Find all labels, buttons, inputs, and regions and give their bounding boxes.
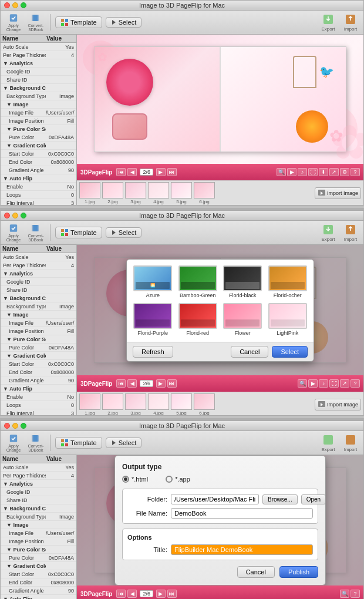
thumb2-item-6[interactable]: 6.jpg xyxy=(194,393,215,416)
radio-app-circle[interactable] xyxy=(166,476,173,483)
prop2-start-color[interactable]: Start Color0xC0C0C0 xyxy=(1,360,76,368)
template-thumb-florid-ocher[interactable] xyxy=(268,265,307,291)
thumb-item-2[interactable]: 2.jpg xyxy=(102,182,123,204)
thumb-item-3[interactable]: 3.jpg xyxy=(125,182,146,204)
prop-start-color[interactable]: Start Color0xC0C0C0 xyxy=(1,150,76,158)
export-button-3[interactable]: Export xyxy=(319,433,338,452)
prop-gradient-angle[interactable]: Gradient Angle90 xyxy=(1,166,76,174)
prop3-gradient-angle[interactable]: Gradient Angle90 xyxy=(1,587,76,595)
settings-btn[interactable]: ⚙ xyxy=(340,168,349,176)
template-button[interactable]: Template xyxy=(55,16,102,28)
prop3-bg-type[interactable]: Background TypeImage xyxy=(1,513,76,521)
thumbnail-2[interactable] xyxy=(102,182,123,198)
template-item-azure[interactable]: 🌅 Azure xyxy=(133,265,173,298)
template-thumb-florid-black[interactable] xyxy=(223,265,262,291)
prop3-image-pos[interactable]: Image PositionFill xyxy=(1,537,76,546)
radio-html-option[interactable]: *.html xyxy=(122,476,148,483)
thumb2-item-2[interactable]: 2.jpg xyxy=(102,393,123,416)
prop-end-color[interactable]: End Color0x808000 xyxy=(1,158,76,166)
first-page-btn[interactable]: ⏮ xyxy=(116,168,126,176)
first-page-btn-3[interactable]: ⏮ xyxy=(116,590,126,598)
apply-change-button-3[interactable]: Apply Change xyxy=(4,433,23,452)
prop2-gradient-angle[interactable]: Gradient Angle90 xyxy=(1,376,76,385)
filename-input[interactable] xyxy=(171,508,313,519)
select-button-2[interactable]: Select xyxy=(106,227,142,238)
prop2-auto-flip[interactable]: ▼ Auto Flip xyxy=(1,385,76,393)
import-image-button-1[interactable]: Import Image xyxy=(315,187,361,199)
thumbnail2-5[interactable] xyxy=(171,393,192,410)
prop3-share-id[interactable]: Share ID xyxy=(1,496,76,504)
maximize-button-3[interactable] xyxy=(21,423,26,429)
thumb-item-1[interactable]: 1.jpg xyxy=(79,182,100,204)
thumbnail2-6[interactable] xyxy=(194,393,215,410)
prop3-end-color[interactable]: End Color0x808000 xyxy=(1,578,76,587)
import-button[interactable]: Import xyxy=(341,13,360,32)
thumbnail2-3[interactable] xyxy=(125,393,146,410)
prop-per-page-thickness[interactable]: Per Page Thickness4 xyxy=(1,51,76,59)
prop3-image-file[interactable]: Image File/Users/user/ xyxy=(1,529,76,537)
convert-3dbook-button[interactable]: Convert-3DBook xyxy=(26,13,45,32)
next-page-btn-3[interactable]: ▶ xyxy=(156,590,166,598)
prop3-pure-color[interactable]: Pure Color0xDFA48A xyxy=(1,554,76,562)
prop2-gradient-color[interactable]: ▼ Gradient Color xyxy=(1,352,76,360)
cancel-output-button[interactable]: Cancel xyxy=(237,566,275,578)
next-page-btn[interactable]: ▶ xyxy=(156,168,166,176)
prop2-image-file[interactable]: Image File/Users/user/ xyxy=(1,319,76,327)
thumbnail-1[interactable] xyxy=(79,182,100,198)
thumbnail2-4[interactable] xyxy=(148,393,169,410)
prop2-auto-scale[interactable]: Auto ScaleYes xyxy=(1,253,76,261)
template-item-bamboo[interactable]: Bamboo-Green xyxy=(178,265,218,298)
prop-image-file[interactable]: Image File/Users/user/ xyxy=(1,109,76,117)
thumbnail-5[interactable] xyxy=(171,182,192,198)
maximize-button-1[interactable] xyxy=(21,2,26,8)
prop-auto-scale[interactable]: Auto ScaleYes xyxy=(1,43,76,51)
thumb2-item-1[interactable]: 1.jpg xyxy=(79,393,100,416)
thumbnail-3[interactable] xyxy=(125,182,146,198)
prop2-bg-config[interactable]: ▼ Background Config xyxy=(1,294,76,302)
minimize-button-1[interactable] xyxy=(12,2,18,8)
prop3-per-page-thickness[interactable]: Per Page Thickness4 xyxy=(1,472,76,480)
thumb2-item-5[interactable]: 5.jpg xyxy=(171,393,192,416)
thumbnail2-1[interactable] xyxy=(79,393,100,410)
properties-panel-3[interactable]: Name Value Auto ScaleYes Per Page Thickn… xyxy=(1,455,77,599)
prop2-analytics[interactable]: ▼ Analytics xyxy=(1,270,76,278)
thumb-item-6[interactable]: 6.jpg xyxy=(194,182,215,204)
prop-loops[interactable]: Loops0 xyxy=(1,191,76,199)
book-spread-1[interactable]: ✿ 🐦 ✿ xyxy=(94,46,346,152)
prop-auto-flip-group[interactable]: ▼ Auto Flip xyxy=(1,174,76,183)
thumbnail-6[interactable] xyxy=(194,182,215,198)
prop-pure-color[interactable]: Pure Color0xDFA48A xyxy=(1,133,76,142)
select-template-button[interactable]: Select xyxy=(272,346,308,358)
prop-analytics-group[interactable]: ▼ Analytics xyxy=(1,59,76,68)
template-item-flower[interactable]: Flower xyxy=(223,303,263,336)
prop-bg-config-group[interactable]: ▼ Background Config xyxy=(1,84,76,92)
sound-btn[interactable]: ♪ xyxy=(298,168,307,176)
radio-html-circle[interactable] xyxy=(122,476,129,483)
radio-app-option[interactable]: *.app xyxy=(166,476,190,483)
open-button[interactable]: Open xyxy=(301,494,326,504)
minimize-button-3[interactable] xyxy=(12,423,18,429)
import-image-button-2[interactable]: Import Image xyxy=(315,399,361,410)
share-btn[interactable]: ↗ xyxy=(329,168,339,176)
template-thumb-bamboo[interactable] xyxy=(178,265,217,291)
template-item-florid-purple[interactable]: Florid-Purple xyxy=(133,303,173,336)
publish-button[interactable]: Publish xyxy=(279,566,318,578)
template-thumb-flower[interactable] xyxy=(223,303,262,329)
prop2-pure-color-settings[interactable]: ▼ Pure Color Settings xyxy=(1,335,76,344)
export-button[interactable]: Export xyxy=(319,13,338,32)
template-thumb-azure[interactable]: 🌅 xyxy=(133,265,172,291)
prop-flip-interval[interactable]: Flip Interval3 xyxy=(1,199,76,205)
browse-button[interactable]: Browse... xyxy=(262,494,298,504)
last-page-btn-3[interactable]: ⏭ xyxy=(167,590,177,598)
template-button-3[interactable]: Template xyxy=(55,437,102,449)
convert-3dbook-button-2[interactable]: Convert-3DBook xyxy=(26,223,45,242)
select-button[interactable]: Select xyxy=(106,17,142,28)
thumbnail2-2[interactable] xyxy=(102,393,123,410)
last-page-btn-2[interactable]: ⏭ xyxy=(167,379,177,388)
thumb-item-4[interactable]: 4.jpg xyxy=(148,182,169,204)
prop-image-group[interactable]: ▼ Image xyxy=(1,100,76,109)
prop3-image-group[interactable]: ▼ Image xyxy=(1,521,76,529)
thumb2-item-4[interactable]: 4.jpg xyxy=(148,393,169,416)
prop3-bg-config[interactable]: ▼ Background Config xyxy=(1,504,76,513)
refresh-button[interactable]: Refresh xyxy=(133,346,173,358)
